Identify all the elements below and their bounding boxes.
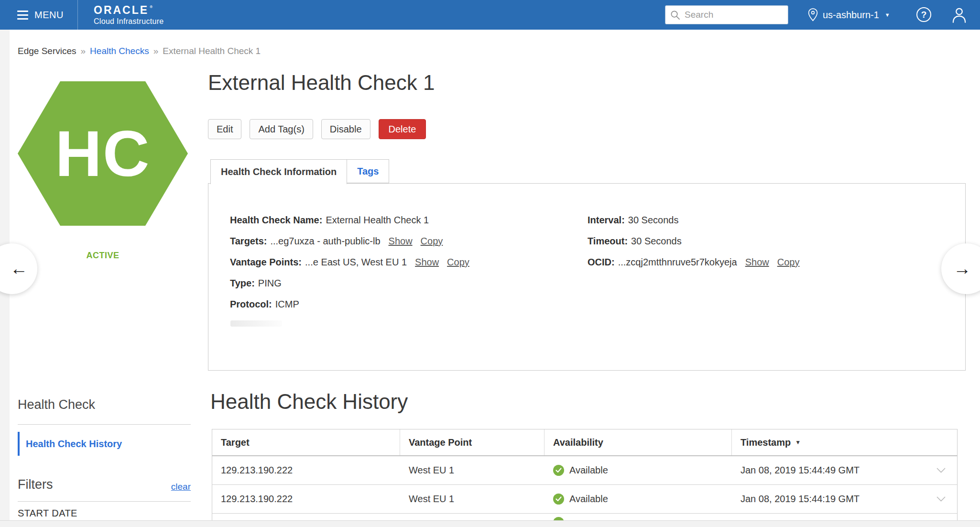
column-header-label: Timestamp <box>740 437 791 448</box>
copy-link[interactable]: Copy <box>447 257 469 267</box>
table-header-row: Target Vantage Point Availability Timest… <box>212 429 958 456</box>
info-column-left: Health Check Name:External Health Check … <box>230 214 469 319</box>
health-check-history-table: Target Vantage Point Availability Timest… <box>212 429 958 520</box>
available-status-icon <box>553 517 564 520</box>
expand-row-button[interactable] <box>936 496 946 502</box>
info-field-type: Type:PING <box>230 277 469 289</box>
field-value: ...eg7uxza - auth-public-lb <box>270 236 380 246</box>
info-column-right: Interval:30 Seconds Timeout:30 Seconds O… <box>588 214 799 277</box>
breadcrumb-current: External Health Check 1 <box>163 46 261 56</box>
breadcrumb-edge-services[interactable]: Edge Services <box>18 46 76 56</box>
history-section-title: Health Check History <box>210 390 408 414</box>
edit-button[interactable]: Edit <box>208 119 241 139</box>
breadcrumb-separator: » <box>81 46 86 56</box>
question-mark-icon: ? <box>921 10 927 20</box>
brand-subtitle: Cloud Infrastructure <box>94 17 164 26</box>
cell-availability: Available <box>544 456 732 484</box>
filters-header: Filters clear <box>18 477 191 492</box>
field-label: Interval: <box>588 215 625 225</box>
delete-button[interactable]: Delete <box>379 119 426 139</box>
resource-initials: HC <box>55 117 151 191</box>
copy-link[interactable]: Copy <box>421 236 443 246</box>
column-header-vantage-point[interactable]: Vantage Point <box>400 429 544 455</box>
detail-tabs: Health Check Information Tags <box>210 159 389 184</box>
menu-label: MENU <box>34 10 64 21</box>
tab-tags[interactable]: Tags <box>347 159 389 183</box>
location-pin-icon <box>808 8 818 22</box>
filters-title: Filters <box>18 477 53 492</box>
cell-timestamp: Jan 08, 2019 15:44:49 GMT <box>732 456 957 484</box>
check-icon <box>555 468 562 473</box>
brand-logo[interactable]: ORACLE Cloud Infrastructure <box>94 4 164 26</box>
column-header-availability[interactable]: Availability <box>544 429 732 455</box>
breadcrumb-separator: » <box>153 46 159 56</box>
clear-filters-link[interactable]: clear <box>171 482 191 492</box>
info-field-ocid: OCID:...zcqj2mtthnruve5r7kokyejaShowCopy <box>588 256 799 268</box>
copy-link[interactable]: Copy <box>777 257 800 267</box>
show-link[interactable]: Show <box>415 257 439 267</box>
column-header-target[interactable]: Target <box>212 429 400 455</box>
add-tags-button[interactable]: Add Tag(s) <box>250 119 313 139</box>
status-badge: ACTIVE <box>18 251 188 261</box>
info-field-name: Health Check Name:External Health Check … <box>230 214 469 226</box>
breadcrumb: Edge Services » Health Checks » External… <box>18 46 261 56</box>
action-buttons: Edit Add Tag(s) Disable Delete <box>208 119 426 139</box>
page-bottom-strip <box>0 520 980 527</box>
field-value: ...e East US, West EU 1 <box>305 257 407 267</box>
oci-console-page: MENU ORACLE Cloud Infrastructure us-ashb… <box>0 0 980 527</box>
breadcrumb-health-checks[interactable]: Health Checks <box>90 46 149 56</box>
menu-button[interactable]: MENU <box>17 0 64 30</box>
health-check-information-panel: Health Check Name:External Health Check … <box>208 183 966 371</box>
table-row: 129.213.190.222 West EU 1 Available Jan … <box>212 485 958 514</box>
field-value: 30 Seconds <box>631 236 682 246</box>
column-header-timestamp[interactable]: Timestamp ▼ <box>732 429 957 455</box>
search-box <box>665 5 788 24</box>
user-menu-button[interactable] <box>951 7 967 25</box>
tab-health-check-information[interactable]: Health Check Information <box>210 159 347 184</box>
cell-availability: Available <box>544 485 732 513</box>
timestamp-value: Jan 08, 2019 15:44:19 GMT <box>740 494 860 505</box>
info-field-vantage-points: Vantage Points:...e East US, West EU 1Sh… <box>230 256 469 268</box>
sidebar-group-title: Health Check <box>18 397 95 412</box>
table-row: 129.213.190.222 West EU 1 Available Jan … <box>212 456 958 485</box>
region-selector[interactable]: us-ashburn-1 ▼ <box>808 0 890 30</box>
timestamp-value: Jan 08, 2019 15:44:49 GMT <box>740 465 860 476</box>
field-label: OCID: <box>588 257 615 267</box>
navbar-divider <box>77 0 78 30</box>
sidebar-item-health-check-history[interactable]: Health Check History <box>18 432 122 456</box>
field-label: Vantage Points: <box>230 257 302 267</box>
resource-hexagon-icon: HC <box>18 81 188 226</box>
expand-row-button[interactable] <box>936 468 946 473</box>
top-navbar: MENU ORACLE Cloud Infrastructure us-ashb… <box>0 0 980 30</box>
arrow-left-icon: ← <box>10 259 28 279</box>
field-value: ...zcqj2mtthnruve5r7kokyeja <box>618 257 737 267</box>
check-icon <box>555 496 562 502</box>
cell-timestamp: Jan 08, 2019 15:44:19 GMT <box>732 485 957 513</box>
disable-button[interactable]: Disable <box>321 119 370 139</box>
help-button[interactable]: ? <box>916 7 931 22</box>
field-value: ICMP <box>275 299 299 309</box>
brand-name: ORACLE <box>94 4 164 17</box>
show-link[interactable]: Show <box>745 257 769 267</box>
cell-vantage-point: West EU 1 <box>400 456 544 484</box>
field-value: 30 Seconds <box>628 215 679 225</box>
cell-target: 129.213.190.222 <box>212 485 400 513</box>
search-input[interactable] <box>685 10 802 20</box>
available-status-icon <box>553 494 564 505</box>
info-field-protocol: Protocol:ICMP <box>230 298 469 310</box>
field-label: Targets: <box>230 236 267 246</box>
field-label: Protocol: <box>230 299 272 309</box>
availability-label: Available <box>569 494 608 505</box>
info-field-interval: Interval:30 Seconds <box>588 214 799 226</box>
availability-label: Available <box>569 465 608 476</box>
region-label: us-ashburn-1 <box>823 10 879 21</box>
faded-text-remnant <box>230 320 282 327</box>
field-label: Type: <box>230 278 255 288</box>
chevron-down-icon <box>936 496 946 502</box>
hamburger-icon <box>17 11 28 20</box>
field-label: Health Check Name: <box>230 215 322 225</box>
show-link[interactable]: Show <box>389 236 413 246</box>
search-icon <box>670 10 680 20</box>
cell-target: 129.213.190.222 <box>212 456 400 484</box>
sidebar-divider <box>18 501 191 502</box>
